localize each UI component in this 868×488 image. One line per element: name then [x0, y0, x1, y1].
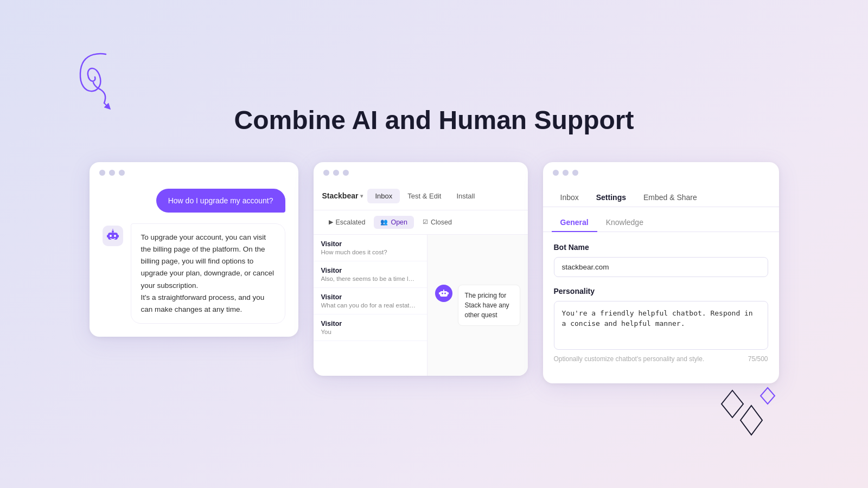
dot-2: [563, 170, 569, 176]
inbox-header: Stackbear ▾ Inbox Test & Edit Install: [314, 183, 528, 210]
chat-body: How do I upgrade my account?: [90, 183, 298, 324]
bot-response-area: To upgrade your account, you can visit t…: [103, 223, 285, 324]
brand-name: Stackbear: [322, 191, 359, 200]
inbox-tab-open[interactable]: 👥 Open: [374, 216, 414, 229]
brand-chevron: ▾: [360, 193, 363, 199]
personality-hint: Optionally customize chatbot's personali…: [554, 355, 705, 363]
settings-nav-settings[interactable]: Settings: [588, 189, 635, 207]
inbox-tabs: ▶ Escalated 👥 Open ☑ Closed: [314, 210, 528, 235]
closed-icon: ☑: [423, 219, 428, 226]
settings-tab-general[interactable]: General: [552, 214, 597, 232]
list-item[interactable]: Visitor You: [314, 314, 427, 341]
settings-titlebar: [543, 162, 779, 183]
svg-rect-8: [440, 291, 448, 297]
swirl-decoration: [71, 43, 119, 114]
personality-label: Personality: [554, 287, 768, 296]
personality-footer: Optionally customize chatbot's personali…: [554, 355, 768, 363]
message-sender: Visitor: [321, 320, 419, 328]
message-sender: Visitor: [321, 240, 419, 248]
inbox-chat-area: The pricing for Stack have any other que…: [427, 235, 528, 376]
bot-response-text: To upgrade your account, you can visit t…: [131, 223, 285, 324]
dot-3: [343, 170, 349, 176]
svg-rect-1: [108, 233, 118, 240]
list-item[interactable]: Visitor Also, there seems to be a time l…: [314, 261, 427, 288]
inbox-bot-bubble: The pricing for Stack have any other que…: [458, 285, 520, 326]
settings-nav-inbox[interactable]: Inbox: [552, 189, 588, 207]
dot-2: [333, 170, 339, 176]
bot-name-input[interactable]: [554, 257, 768, 277]
settings-body: Bot Name Personality You're a friendly h…: [543, 232, 779, 383]
inbox-titlebar: [314, 162, 528, 183]
escalated-icon: ▶: [329, 219, 333, 226]
chat-titlebar: [90, 162, 298, 183]
svg-point-11: [442, 292, 443, 294]
svg-point-12: [444, 292, 446, 294]
svg-rect-13: [443, 290, 444, 291]
escalated-label: Escalated: [336, 219, 366, 226]
message-preview: What can you do for a real estate site?: [321, 302, 416, 309]
message-sender: Visitor: [321, 293, 419, 301]
message-preview: Also, there seems to be a time limit on …: [321, 275, 416, 282]
inbox-bot-avatar: [435, 285, 452, 302]
closed-label: Closed: [431, 219, 452, 226]
inbox-list: Visitor How much does it cost? Visitor A…: [314, 235, 427, 376]
diamonds-decoration: [716, 385, 781, 439]
inbox-card: Stackbear ▾ Inbox Test & Edit Install ▶ …: [314, 162, 528, 376]
settings-tab-knowledge[interactable]: Knowledge: [597, 214, 652, 232]
dot-1: [553, 170, 559, 176]
svg-point-5: [114, 235, 116, 237]
dot-2: [109, 170, 115, 176]
bot-name-label: Bot Name: [554, 243, 768, 252]
chat-card: How do I upgrade my account?: [90, 162, 298, 337]
dot-3: [572, 170, 578, 176]
bot-name-field: Bot Name: [554, 243, 768, 277]
cards-container: How do I upgrade my account?: [90, 162, 779, 383]
settings-nav-embed[interactable]: Embed & Share: [635, 189, 706, 207]
inbox-brand: Stackbear ▾: [322, 191, 363, 200]
personality-field: Personality You're a friendly helpful ch…: [554, 287, 768, 363]
settings-nav: Inbox Settings Embed & Share: [543, 183, 779, 207]
dot-3: [119, 170, 125, 176]
svg-rect-2: [107, 235, 108, 237]
page-title: Combine AI and Human Support: [234, 105, 634, 135]
message-preview: You: [321, 329, 416, 335]
dot-1: [99, 170, 105, 176]
message-preview: How much does it cost?: [321, 249, 416, 255]
svg-point-4: [110, 235, 112, 237]
inbox-tab-escalated[interactable]: ▶ Escalated: [322, 216, 372, 229]
svg-rect-10: [447, 292, 449, 294]
inbox-nav: Inbox Test & Edit Install: [367, 189, 482, 203]
svg-rect-6: [112, 230, 114, 233]
svg-rect-9: [439, 292, 441, 294]
inbox-tab-closed[interactable]: ☑ Closed: [416, 216, 458, 229]
user-message-bubble: How do I upgrade my account?: [156, 189, 285, 213]
inbox-nav-test[interactable]: Test & Edit: [400, 189, 449, 203]
message-sender: Visitor: [321, 267, 419, 274]
open-icon: 👥: [380, 219, 388, 226]
svg-rect-3: [117, 235, 119, 237]
list-item[interactable]: Visitor What can you do for a real estat…: [314, 288, 427, 314]
open-label: Open: [391, 219, 407, 226]
inbox-nav-inbox[interactable]: Inbox: [367, 189, 400, 203]
inbox-messages: Visitor How much does it cost? Visitor A…: [314, 235, 528, 376]
bot-avatar: [103, 226, 123, 246]
svg-rect-7: [112, 229, 113, 230]
inbox-nav-install[interactable]: Install: [449, 189, 482, 203]
settings-tabs: General Knowledge: [543, 207, 779, 232]
dot-1: [323, 170, 329, 176]
settings-card: Inbox Settings Embed & Share General Kno…: [543, 162, 779, 383]
inbox-bot-message: The pricing for Stack have any other que…: [435, 285, 520, 326]
personality-count: 75/500: [748, 355, 768, 363]
personality-textarea[interactable]: You're a friendly helpful chatbot. Respo…: [554, 301, 768, 350]
list-item[interactable]: Visitor How much does it cost?: [314, 235, 427, 261]
